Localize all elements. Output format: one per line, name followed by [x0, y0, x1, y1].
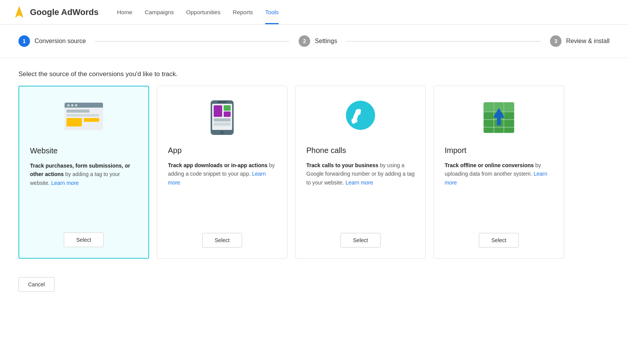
- logo: Google AdWords: [12, 5, 98, 19]
- nav-item-opportunities[interactable]: Opportunities: [186, 0, 220, 24]
- step-settings: 2 Settings: [299, 35, 337, 47]
- svg-rect-20: [214, 123, 231, 126]
- step-connector-1: [95, 41, 289, 42]
- svg-rect-9: [66, 114, 99, 116]
- phone-calls-card-footer: Select: [306, 233, 415, 248]
- card-website[interactable]: Website Track purchases, form submission…: [18, 86, 149, 259]
- phone-calls-learn-more-link[interactable]: Learn more: [346, 180, 373, 186]
- website-card-description: Track purchases, form submissions, or ot…: [30, 161, 138, 223]
- card-app[interactable]: App Track app downloads or in-app action…: [157, 86, 287, 259]
- svg-rect-10: [66, 118, 82, 126]
- step-1-label: Conversion source: [35, 38, 86, 45]
- import-card-title: Import: [445, 146, 467, 155]
- logo-text: Google AdWords: [30, 7, 98, 17]
- import-icon: [480, 98, 518, 137]
- import-card-footer: Select: [445, 233, 553, 248]
- header: Google AdWords Home Campaigns Opportunit…: [0, 0, 628, 25]
- phone-calls-select-button[interactable]: Select: [341, 233, 381, 248]
- main-nav: Home Campaigns Opportunities Reports Too…: [117, 0, 279, 24]
- svg-rect-16: [214, 105, 222, 117]
- website-icon: [61, 101, 107, 135]
- svg-point-6: [71, 104, 73, 106]
- website-select-button[interactable]: Select: [64, 233, 104, 247]
- stepper: 1 Conversion source 2 Settings 3 Review …: [0, 25, 628, 58]
- nav-item-home[interactable]: Home: [117, 0, 132, 24]
- svg-rect-18: [224, 111, 231, 117]
- step-conversion-source: 1 Conversion source: [18, 35, 86, 47]
- svg-marker-0: [15, 6, 23, 18]
- step-3-circle: 3: [550, 35, 562, 47]
- svg-rect-32: [504, 103, 514, 111]
- app-card-description: Track app downloads or in-app actions by…: [168, 161, 276, 224]
- website-icon-area: [30, 99, 138, 137]
- app-select-button[interactable]: Select: [202, 233, 243, 248]
- step-2-label: Settings: [315, 38, 337, 45]
- step-2-circle: 2: [299, 35, 310, 47]
- cards-container: Website Track purchases, form submission…: [0, 86, 628, 271]
- step-3-label: Review & install: [566, 38, 610, 45]
- svg-point-5: [67, 104, 70, 106]
- svg-point-14: [221, 131, 224, 134]
- step-connector-2: [346, 41, 541, 42]
- phone-calls-card-title: Phone calls: [306, 146, 346, 155]
- nav-item-tools[interactable]: Tools: [265, 0, 279, 24]
- website-learn-more-link[interactable]: Learn more: [51, 180, 79, 186]
- step-1-circle: 1: [18, 35, 30, 47]
- phone-calls-icon-area: [306, 98, 415, 137]
- svg-rect-30: [484, 103, 493, 111]
- import-icon-area: [445, 98, 553, 137]
- adwords-logo-icon: [12, 5, 26, 19]
- phone-calls-card-description: Track calls to your business by using a …: [306, 161, 415, 224]
- card-import[interactable]: Import Track offline or online conversio…: [434, 86, 564, 259]
- app-icon-area: [168, 98, 276, 137]
- svg-rect-19: [214, 118, 231, 121]
- nav-item-campaigns[interactable]: Campaigns: [145, 0, 174, 24]
- website-card-title: Website: [30, 146, 58, 155]
- phone-calls-icon: [341, 98, 380, 137]
- main-content: 1 Conversion source 2 Settings 3 Review …: [0, 25, 628, 364]
- svg-point-7: [75, 104, 77, 106]
- card-phone-calls[interactable]: Phone calls Track calls to your business…: [295, 86, 426, 259]
- import-card-description: Track offline or online conversions by u…: [445, 161, 553, 224]
- app-card-title: App: [168, 146, 182, 155]
- svg-rect-11: [84, 118, 99, 122]
- app-icon: [207, 98, 238, 137]
- cancel-area: Cancel: [0, 271, 628, 304]
- cancel-button[interactable]: Cancel: [18, 277, 55, 292]
- svg-rect-15: [218, 101, 227, 103]
- website-card-footer: Select: [30, 233, 138, 247]
- step-review-install: 3 Review & install: [550, 35, 610, 47]
- app-card-footer: Select: [168, 233, 276, 248]
- svg-rect-17: [224, 105, 231, 111]
- section-title: Select the source of the conversions you…: [0, 58, 628, 86]
- svg-rect-8: [66, 110, 90, 113]
- nav-item-reports[interactable]: Reports: [233, 0, 253, 24]
- import-select-button[interactable]: Select: [479, 233, 519, 248]
